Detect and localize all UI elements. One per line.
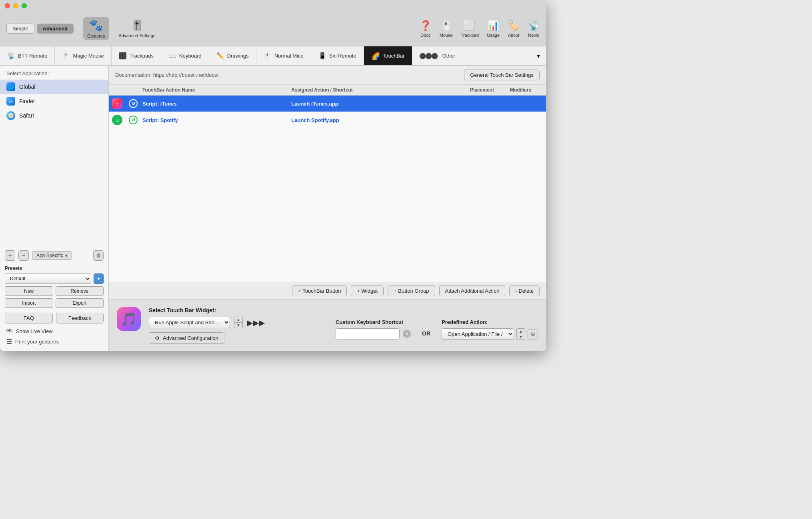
trackpad-button[interactable]: ⬜ Trackpad <box>461 20 479 38</box>
advanced-config-label: Advanced Configuration <box>163 335 218 341</box>
content-top-bar: Documentation: https://http://boastr.net… <box>109 66 546 85</box>
show-live-view-button[interactable]: 👁 Show Live View <box>5 326 104 336</box>
widget-stepper-down[interactable]: ▼ <box>234 322 243 328</box>
predefined-label: Predefined Action: <box>442 319 538 325</box>
chart-icon: 📊 <box>487 20 499 31</box>
eye-icon: 👁 <box>6 327 13 335</box>
question-icon: ❓ <box>420 20 432 31</box>
predefined-action-dropdown[interactable]: Open Application / File / <box>442 328 514 340</box>
gestures-label: Gestures <box>87 34 105 38</box>
sidebar-item-finder[interactable]: ☺ Finder <box>0 94 108 108</box>
safari-label: Safari <box>19 112 34 119</box>
tab-trackpads[interactable]: ⬛ Trackpads <box>112 46 161 65</box>
toolbar-left: Simple Advanced <box>6 24 74 34</box>
other-icons: ⚫⚫⚫ <box>419 53 437 59</box>
tab-drawings[interactable]: ✏️ Drawings <box>209 46 256 65</box>
add-app-button[interactable]: + <box>5 250 15 261</box>
predefined-action-section: Predefined Action: Open Application / Fi… <box>442 319 538 340</box>
print-gestures-button[interactable]: ☰ Print your gestures <box>5 336 104 347</box>
spotify-row-name: Script: Spotify <box>141 117 291 123</box>
faq-button[interactable]: FAQ <box>5 313 53 323</box>
add-button-group-button[interactable]: + Button Group <box>388 285 435 296</box>
tab-bar: 📡 BTT Remote 🖱️ Magic Mouse ⬛ Trackpads … <box>0 46 546 66</box>
predefined-stepper-down[interactable]: ▼ <box>516 334 525 340</box>
itunes-refresh-icon: ↺ <box>129 99 138 108</box>
preset-new-button[interactable]: New <box>5 286 53 296</box>
sidebar-item-global[interactable]: 🌐 Global <box>0 80 108 94</box>
keyboard-icon: ⌨️ <box>168 52 176 60</box>
docs-label: Docs <box>420 33 430 38</box>
news-button[interactable]: 📡 News <box>528 20 540 38</box>
docs-button[interactable]: ❓ Docs <box>420 20 432 38</box>
table-header: TouchBar Action Name Assigned Action / S… <box>109 85 546 96</box>
tab-other[interactable]: ⚫⚫⚫ Other <box>412 46 531 65</box>
safari-icon: 🧭 <box>6 111 15 120</box>
finder-icon: ☺ <box>6 97 15 106</box>
sidebar-actions: + − App Specific ▾ ⚙ <box>5 250 104 261</box>
presets-arrow-button[interactable]: ▼ <box>94 273 104 284</box>
magic-mouse-label: Magic Mouse <box>73 53 104 59</box>
table-row-spotify[interactable]: ♫ ↺ Script: Spotify Launch Spotify.app <box>109 112 546 128</box>
app-specific-label: App Specific <box>36 253 63 258</box>
fullscreen-button[interactable] <box>22 3 27 8</box>
minimize-button[interactable] <box>13 3 18 8</box>
widget-large-icon: 🎵 <box>117 307 141 331</box>
gear-button[interactable]: ⚙ <box>93 250 104 261</box>
keyboard-shortcut-section: Custom Keyboard Shortcut ✕ <box>336 319 411 339</box>
global-icon: 🌐 <box>6 82 15 91</box>
gestures-button[interactable]: 🐾 Gestures <box>83 17 109 40</box>
preset-remove-button[interactable]: Remove <box>56 286 104 296</box>
remove-app-button[interactable]: − <box>18 250 29 261</box>
widget-stepper-up[interactable]: ▲ <box>234 317 243 322</box>
keyboard-shortcut-input[interactable] <box>336 328 400 339</box>
about-button[interactable]: 🏷️ About <box>508 20 520 38</box>
list-icon: ☰ <box>6 338 12 345</box>
add-touchbar-button[interactable]: + TouchBar Button <box>292 285 347 296</box>
close-button[interactable] <box>5 3 10 8</box>
drawings-icon: ✏️ <box>216 52 224 60</box>
add-widget-button[interactable]: + Widget <box>351 285 384 296</box>
predefined-row: Open Application / File / ▲ ▼ ⚙ <box>442 328 538 340</box>
general-touchbar-settings-button[interactable]: General Touch Bar Settings <box>464 70 540 80</box>
trackpad-icon: ⬜ <box>464 20 476 31</box>
table: TouchBar Action Name Assigned Action / S… <box>109 85 546 282</box>
tab-dropdown-arrow[interactable]: ▼ <box>531 46 546 65</box>
presets-dropdown[interactable]: Default <box>5 273 91 284</box>
delete-button[interactable]: - Delete <box>509 285 540 296</box>
sidebar-item-safari[interactable]: 🧭 Safari <box>0 108 108 123</box>
app-specific-button[interactable]: App Specific ▾ <box>32 251 72 260</box>
preset-import-button[interactable]: Import <box>5 298 53 308</box>
toolbar: Simple Advanced 🐾 Gestures 🎚️ Advanced S… <box>0 11 546 46</box>
presets-import-export: Import Export <box>5 298 104 308</box>
paw-icon: 🐾 <box>89 19 103 32</box>
tab-keyboard[interactable]: ⌨️ Keyboard <box>161 46 209 65</box>
tab-siri-remote[interactable]: 📱 Siri Remote <box>311 46 364 65</box>
preset-export-button[interactable]: Export <box>56 298 104 308</box>
table-row-itunes[interactable]: ♪ ↺ Script: iTunes Launch iTunes.app <box>109 96 546 112</box>
normal-mice-label: Normal Mice <box>274 53 304 59</box>
print-gestures-label: Print your gestures <box>15 339 59 345</box>
predefined-gear-button[interactable]: ⚙ <box>528 329 538 339</box>
predefined-stepper: ▲ ▼ <box>516 328 525 340</box>
advanced-config-button[interactable]: ⚙ Advanced Configuration <box>149 332 224 344</box>
mouse-button[interactable]: 🖱️ Mouse <box>440 20 453 38</box>
keyboard-shortcut-clear[interactable]: ✕ <box>403 330 411 338</box>
tab-magic-mouse[interactable]: 🖱️ Magic Mouse <box>55 46 111 65</box>
itunes-row-action: Launch iTunes.app <box>291 101 470 107</box>
tag-icon: 🏷️ <box>508 20 520 31</box>
usage-button[interactable]: 📊 Usage <box>487 20 500 38</box>
th-placement: Placement <box>470 87 510 93</box>
itunes-row-name: Script: iTunes <box>141 101 291 107</box>
btt-remote-label: BTT Remote <box>18 53 47 59</box>
attach-additional-action-button[interactable]: Attach Additional Action <box>439 285 506 296</box>
tab-btt-remote[interactable]: 📡 BTT Remote <box>0 46 55 65</box>
tab-normal-mice[interactable]: 🖱️ Normal Mice <box>256 46 311 65</box>
simple-button[interactable]: Simple <box>6 24 34 34</box>
tab-touchbar[interactable]: 🌈 TouchBar <box>364 46 412 65</box>
advanced-button[interactable]: Advanced <box>37 24 74 34</box>
widget-type-dropdown[interactable]: Run Apple Script and Sho... <box>149 317 230 328</box>
predefined-stepper-up[interactable]: ▲ <box>516 328 525 334</box>
feedback-button[interactable]: Feedback <box>56 313 104 323</box>
finder-label: Finder <box>19 98 35 104</box>
advanced-settings-button[interactable]: 🎚️ Advanced Settings <box>119 19 156 38</box>
